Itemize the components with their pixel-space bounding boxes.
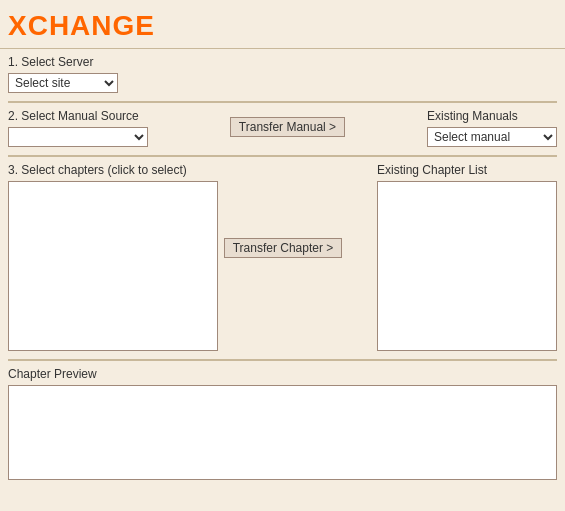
- section2-divider: [8, 155, 557, 157]
- chapters-source-col: 3. Select chapters (click to select): [8, 163, 218, 351]
- existing-chapters-label: Existing Chapter List: [377, 163, 557, 177]
- section3-divider: [8, 359, 557, 361]
- select-chapters-label: 3. Select chapters (click to select): [8, 163, 218, 177]
- manual-transfer-area: 2. Select Manual Source Transfer Manual …: [8, 109, 557, 147]
- existing-manuals-label: Existing Manuals: [427, 109, 557, 123]
- header: XCHANGE: [0, 0, 565, 49]
- transfer-chapter-button[interactable]: Transfer Chapter >: [224, 238, 343, 258]
- section-select-chapters: 3. Select chapters (click to select) Tra…: [8, 163, 557, 351]
- existing-chapters-col: Existing Chapter List: [377, 163, 557, 351]
- existing-manuals-col: Existing Manuals Select manual: [427, 109, 557, 147]
- app-title: XCHANGE: [8, 10, 155, 41]
- section1-divider: [8, 101, 557, 103]
- section-select-server: 1. Select Server Select site: [8, 55, 557, 93]
- manual-source-select[interactable]: [8, 127, 148, 147]
- select-manual-label: 2. Select Manual Source: [8, 109, 148, 123]
- existing-chapters-listbox[interactable]: [377, 181, 557, 351]
- chapter-preview-section: Chapter Preview: [8, 367, 557, 480]
- transfer-chapter-area: Transfer Chapter >: [218, 163, 348, 333]
- transfer-manual-button[interactable]: Transfer Manual >: [230, 117, 345, 137]
- existing-manual-select[interactable]: Select manual: [427, 127, 557, 147]
- section-select-manual: 2. Select Manual Source Transfer Manual …: [8, 109, 557, 147]
- select-server-label: 1. Select Server: [8, 55, 557, 69]
- chapter-preview-box[interactable]: [8, 385, 557, 480]
- main-content: 1. Select Server Select site 2. Select M…: [0, 49, 565, 486]
- manual-source-col: 2. Select Manual Source: [8, 109, 148, 147]
- server-select[interactable]: Select site: [8, 73, 118, 93]
- chapter-preview-label: Chapter Preview: [8, 367, 557, 381]
- chapters-listbox[interactable]: [8, 181, 218, 351]
